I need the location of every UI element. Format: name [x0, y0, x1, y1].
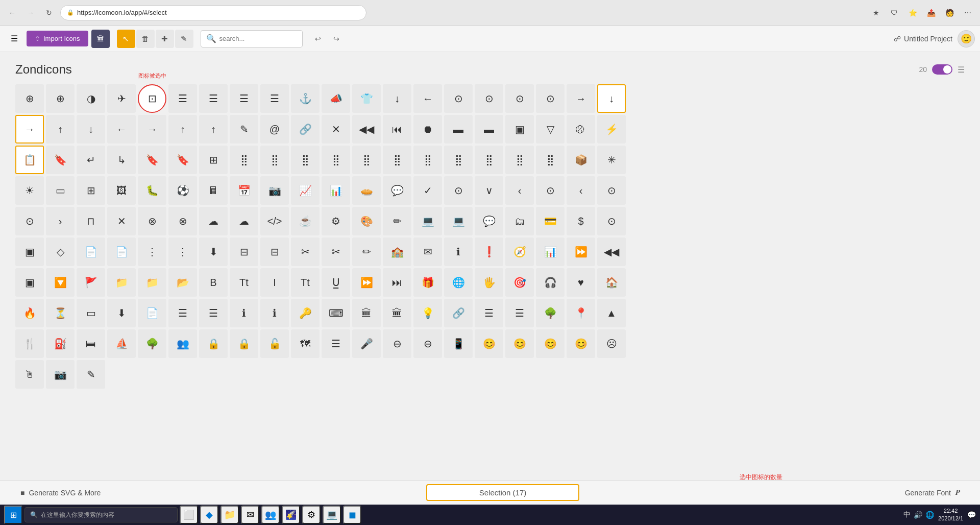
redo-button[interactable]: ↪	[328, 31, 345, 47]
icon-cell[interactable]: ✕	[107, 207, 136, 235]
icon-cell[interactable]: 🎤	[352, 329, 381, 358]
generate-svg-button[interactable]: ■ Generate SVG & More	[10, 485, 111, 501]
taskbar-outlook[interactable]: ✉	[241, 506, 259, 524]
icon-cell[interactable]: ℹ	[260, 299, 289, 327]
extension1-button[interactable]: 🛡	[887, 6, 901, 20]
icon-cell[interactable]: ⣿	[322, 146, 350, 174]
taskbar-search[interactable]: 🔍 在这里输入你要搜索的内容	[24, 507, 178, 522]
undo-button[interactable]: ↩	[310, 31, 326, 47]
icon-cell[interactable]: ⊡图标被选中	[138, 84, 166, 113]
icon-cell[interactable]: ⣿	[444, 146, 473, 174]
taskbar-notification[interactable]: 💬	[967, 511, 976, 519]
icon-cell[interactable]: 🎨	[352, 207, 381, 235]
taskbar-teams[interactable]: 👥	[261, 506, 280, 524]
icon-cell[interactable]: ◀◀	[352, 115, 381, 144]
icon-cell[interactable]: 📁	[107, 268, 136, 297]
icon-cell[interactable]: ⣿	[536, 146, 565, 174]
icon-cell[interactable]: ▽	[536, 115, 565, 144]
icon-cell[interactable]: </>	[260, 207, 289, 235]
icon-cell[interactable]: 📊	[322, 176, 350, 205]
taskbar-settings[interactable]: ⚙	[302, 506, 321, 524]
icon-cell[interactable]: 🗺	[291, 329, 320, 358]
icon-cell[interactable]: 🌳	[138, 329, 166, 358]
icon-cell[interactable]: ⊙	[536, 84, 565, 113]
avatar[interactable]: 🙂	[958, 30, 975, 47]
icon-cell[interactable]: 🔓	[260, 329, 289, 358]
icon-cell[interactable]: ←	[413, 84, 442, 113]
icon-cell[interactable]: ⏩	[567, 237, 595, 266]
icon-cell[interactable]: ✓	[413, 176, 442, 205]
edit-tool-button[interactable]: ✎	[175, 30, 193, 48]
icon-cell[interactable]: ▣	[15, 237, 44, 266]
icon-cell[interactable]: ⊗	[168, 207, 197, 235]
icon-cell[interactable]: ⏳	[46, 299, 75, 327]
icon-cell[interactable]: ▬	[475, 115, 503, 144]
icon-cell[interactable]: ◀◀	[597, 237, 626, 266]
icon-cell[interactable]: ◇	[46, 237, 75, 266]
icon-cell[interactable]: ⬇	[199, 237, 228, 266]
icon-cell[interactable]: ⚡	[597, 115, 626, 144]
extension2-button[interactable]: ⭐	[905, 6, 920, 20]
move-tool-button[interactable]: ✚	[156, 30, 174, 48]
icon-cell[interactable]: ↳	[107, 146, 136, 174]
icon-cell[interactable]: ⊙	[505, 84, 534, 113]
list-view-button[interactable]: ☰	[958, 65, 965, 75]
icon-cell[interactable]: ▬	[444, 115, 473, 144]
icon-cell[interactable]: ℹ	[444, 237, 473, 266]
icon-cell[interactable]: 🌐	[444, 268, 473, 297]
project-name[interactable]: ☍ Untitled Project	[894, 35, 952, 43]
icon-cell[interactable]: ⚽	[168, 176, 197, 205]
icon-cell[interactable]: ⚓	[291, 84, 320, 113]
icon-cell[interactable]: ⏺	[413, 115, 442, 144]
icon-cell[interactable]: ↓	[597, 84, 626, 113]
profile-button[interactable]: 🧑	[942, 6, 957, 20]
taskbar-sound[interactable]: 🔊	[914, 511, 922, 519]
icon-cell[interactable]: ☰	[230, 84, 258, 113]
icon-cell[interactable]: 🛏	[77, 329, 105, 358]
icon-cell[interactable]: 🗂	[505, 207, 534, 235]
icon-cell[interactable]: ⛵	[107, 329, 136, 358]
select-tool-button[interactable]: ↖	[117, 30, 135, 48]
icon-cell[interactable]: 🥧	[352, 176, 381, 205]
selection-label[interactable]: Selection (17)	[426, 484, 579, 501]
icon-cell[interactable]: ⣿	[260, 146, 289, 174]
icon-cell[interactable]: 👥	[168, 329, 197, 358]
icon-cell[interactable]: 💳	[536, 207, 565, 235]
icon-cell[interactable]: 📋	[15, 146, 44, 174]
icon-cell[interactable]: ▣	[505, 115, 534, 144]
icon-cell[interactable]: ⣿	[230, 146, 258, 174]
icon-cell[interactable]: 🏛	[352, 299, 381, 327]
icon-cell[interactable]: 📍	[567, 299, 595, 327]
icon-cell[interactable]: 📦	[567, 146, 595, 174]
icon-cell[interactable]: 👕	[352, 84, 381, 113]
icon-cell[interactable]: 🖼	[107, 176, 136, 205]
icon-cell[interactable]: 😊	[475, 329, 503, 358]
icon-cell[interactable]: ⊖	[383, 329, 411, 358]
icon-cell[interactable]: 📅	[230, 176, 258, 205]
icon-cell[interactable]: ∨	[475, 176, 503, 205]
icon-cell[interactable]: ↵	[77, 146, 105, 174]
icon-cell[interactable]: ❗	[475, 237, 503, 266]
icon-cell[interactable]: 🔒	[199, 329, 228, 358]
icon-cell[interactable]: 📄	[77, 237, 105, 266]
icon-cell[interactable]: 💻	[444, 207, 473, 235]
icon-cell[interactable]: ‹	[505, 176, 534, 205]
icon-cell[interactable]: ☰	[199, 299, 228, 327]
icon-cell[interactable]: ✏	[383, 207, 411, 235]
icon-cell[interactable]: ☰	[475, 299, 503, 327]
icon-cell[interactable]: ☰	[505, 299, 534, 327]
icon-cell[interactable]: ←	[107, 115, 136, 144]
icon-cell[interactable]: 🔗	[444, 299, 473, 327]
icon-cell[interactable]: ‹	[567, 176, 595, 205]
icon-cell[interactable]: ◑	[77, 84, 105, 113]
taskbar-colorful[interactable]: 🌠	[282, 506, 300, 524]
icon-cell[interactable]: ⊙	[536, 176, 565, 205]
icon-cell[interactable]: 🔖	[46, 146, 75, 174]
delete-tool-button[interactable]: 🗑	[136, 30, 155, 48]
icon-cell[interactable]: ⣿	[413, 146, 442, 174]
icon-cell[interactable]: 🔗	[291, 115, 320, 144]
icon-cell[interactable]: ☰	[199, 84, 228, 113]
icon-cell[interactable]: 🖩	[199, 176, 228, 205]
icon-cell[interactable]: ⊟	[230, 237, 258, 266]
icon-cell[interactable]: ✳	[597, 146, 626, 174]
